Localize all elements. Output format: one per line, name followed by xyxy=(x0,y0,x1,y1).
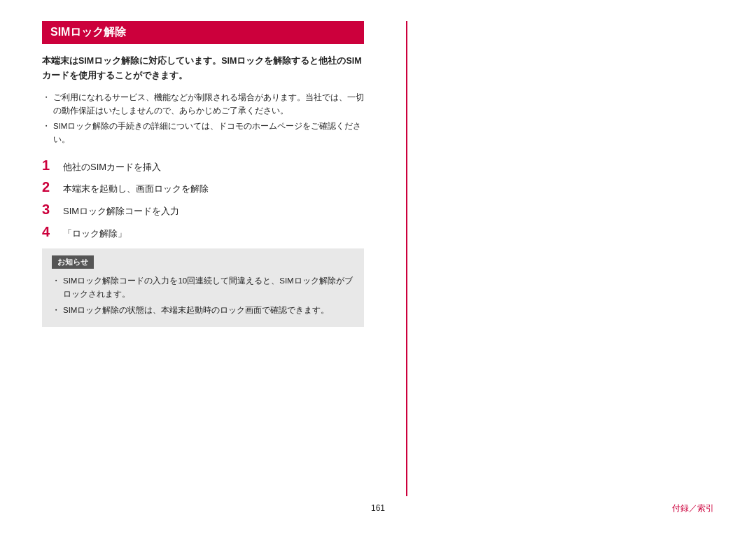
step-text-4: 「ロック解除」 xyxy=(63,227,127,241)
footer-link[interactable]: 付録／索引 xyxy=(672,503,714,514)
page-number: 161 xyxy=(371,503,385,513)
right-column xyxy=(428,21,714,496)
bullet-item: SIMロック解除の手続きの詳細については、ドコモのホームページをご確認ください。 xyxy=(42,120,364,147)
bullet-list: ご利用になれるサービス、機能などが制限される場合があります。当社では、一切の動作… xyxy=(42,91,364,147)
left-column: SIMロック解除 本端末はSIMロック解除に対応しています。SIMロックを解除す… xyxy=(42,21,385,496)
step-number-1: 1 xyxy=(42,157,57,174)
page-footer: 161 付録／索引 xyxy=(42,496,714,513)
step-4: 4 「ロック解除」 xyxy=(42,223,364,241)
notice-item: SIMロック解除コードの入力を10回連続して間違えると、SIMロック解除がブロッ… xyxy=(52,274,354,302)
section-title: SIMロック解除 xyxy=(42,21,364,44)
step-number-2: 2 xyxy=(42,178,57,195)
step-3: 3 SIMロック解除コードを入力 xyxy=(42,201,364,219)
step-text-3: SIMロック解除コードを入力 xyxy=(63,204,179,219)
notice-item: SIMロック解除の状態は、本端末起動時のロック画面で確認できます。 xyxy=(52,304,354,318)
step-text-1: 他社のSIMカードを挿入 xyxy=(63,160,161,175)
notice-list: SIMロック解除コードの入力を10回連続して間違えると、SIMロック解除がブロッ… xyxy=(52,274,354,318)
step-number-3: 3 xyxy=(42,201,57,218)
notice-box: お知らせ SIMロック解除コードの入力を10回連続して間違えると、SIMロック解… xyxy=(42,248,364,327)
step-number-4: 4 xyxy=(42,223,57,240)
bullet-item: ご利用になれるサービス、機能などが制限される場合があります。当社では、一切の動作… xyxy=(42,91,364,118)
step-1: 1 他社のSIMカードを挿入 xyxy=(42,157,364,175)
page-divider xyxy=(406,21,407,496)
notice-label: お知らせ xyxy=(52,255,94,269)
step-text-2: 本端末を起動し、画面ロックを解除 xyxy=(63,182,209,197)
step-2: 2 本端末を起動し、画面ロックを解除 xyxy=(42,178,364,197)
intro-text: 本端末はSIMロック解除に対応しています。SIMロックを解除すると他社のSIMカ… xyxy=(42,54,364,84)
